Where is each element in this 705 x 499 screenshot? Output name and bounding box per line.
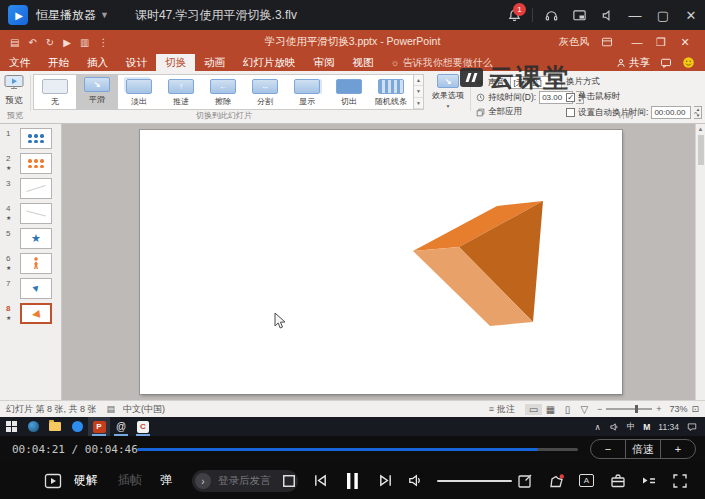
collapse-ribbon-icon[interactable]: ⌃: [692, 111, 699, 120]
zoom-slider-thumb[interactable]: [635, 405, 638, 413]
slide-sorter-view-button[interactable]: ▦: [542, 404, 559, 415]
notes-button[interactable]: ≡ 批注: [489, 403, 515, 416]
transition-none[interactable]: 无: [34, 78, 76, 107]
zoom-level[interactable]: 73%: [669, 404, 687, 414]
frame-interpolation-toggle[interactable]: 插帧: [118, 462, 142, 499]
smiley-icon[interactable]: [682, 56, 695, 69]
seek-bar[interactable]: [137, 448, 578, 451]
transition-morph[interactable]: ↘平滑: [76, 74, 118, 110]
pause-button[interactable]: [345, 462, 360, 499]
notes-edit-icon[interactable]: [517, 462, 533, 499]
gallery-more-icon[interactable]: ▼: [414, 98, 423, 109]
tab-file[interactable]: 文件: [0, 54, 39, 71]
speed-increase-button[interactable]: +: [660, 440, 695, 458]
transition-push[interactable]: ↑推进: [160, 78, 202, 107]
slide-thumb-8[interactable]: 8★◀: [0, 303, 62, 325]
vertical-scrollbar[interactable]: ▲: [695, 124, 705, 400]
app-name[interactable]: 恒星播放器: [36, 7, 96, 24]
picture-in-picture-icon[interactable]: [565, 0, 593, 30]
speaker-icon[interactable]: [593, 0, 621, 30]
mini-player-icon[interactable]: [44, 462, 62, 499]
previous-button[interactable]: [313, 462, 328, 499]
taskbar-c-app-icon[interactable]: C: [132, 417, 154, 436]
tab-insert[interactable]: 插入: [78, 54, 117, 71]
transition-wipe[interactable]: ←擦除: [202, 78, 244, 107]
reading-view-button[interactable]: ▯: [559, 404, 576, 415]
transition-split[interactable]: ↔分割: [244, 78, 286, 107]
maximize-button[interactable]: ▢: [649, 0, 677, 30]
comment-icon[interactable]: [660, 57, 672, 69]
taskbar-explorer-icon[interactable]: [44, 417, 66, 436]
proofing-icon[interactable]: ▤: [107, 404, 116, 414]
next-button[interactable]: [378, 462, 393, 499]
tab-review[interactable]: 审阅: [305, 54, 344, 71]
minimize-button[interactable]: —: [621, 0, 649, 30]
toolbox-icon[interactable]: [610, 462, 626, 499]
slideshow-icon[interactable]: ▶: [63, 37, 71, 48]
taskbar-browser-icon[interactable]: [22, 417, 44, 436]
chevron-down-icon[interactable]: ▼: [100, 10, 109, 20]
playlist-icon[interactable]: [641, 462, 657, 499]
slide-thumb-2[interactable]: 2★: [0, 153, 62, 175]
tray-ime-indicator[interactable]: 中: [627, 421, 636, 433]
undo-icon[interactable]: ↶: [28, 37, 36, 48]
gallery-scrollbar[interactable]: ▲ ▼ ▼: [414, 74, 424, 110]
taskbar-at-app-icon[interactable]: @: [110, 417, 132, 436]
subtitle-icon[interactable]: A: [579, 462, 594, 499]
more-icon[interactable]: ⋮: [98, 37, 108, 48]
volume-icon[interactable]: [407, 462, 422, 499]
taskbar-app-icon[interactable]: [66, 417, 88, 436]
read-mode-icon[interactable]: ▥: [80, 37, 89, 48]
ribbon-options-icon[interactable]: [601, 36, 613, 48]
tray-m-icon[interactable]: M: [643, 422, 650, 432]
slide-thumb-5[interactable]: 5★: [0, 228, 62, 250]
tab-animations[interactable]: 动画: [195, 54, 234, 71]
slide-thumb-7[interactable]: 7▼: [0, 278, 62, 300]
headset-icon[interactable]: [537, 0, 565, 30]
normal-view-button[interactable]: ▭: [525, 404, 542, 415]
notification-bell-icon[interactable]: 1: [500, 0, 528, 30]
start-button[interactable]: [0, 417, 22, 436]
transition-fade[interactable]: 淡出: [118, 78, 160, 107]
ppt-close-button[interactable]: ✕: [673, 36, 697, 49]
tab-design[interactable]: 设计: [117, 54, 156, 71]
language-indicator[interactable]: 中文(中国): [123, 403, 165, 416]
tab-home[interactable]: 开始: [39, 54, 78, 71]
scroll-up-icon[interactable]: ▲: [696, 124, 705, 134]
slide-thumb-4[interactable]: 4★: [0, 203, 62, 225]
gallery-scroll-down-icon[interactable]: ▼: [414, 86, 423, 97]
fit-to-window-icon[interactable]: ⊡: [691, 404, 699, 414]
share-button[interactable]: 共享: [616, 56, 650, 70]
tray-volume-icon[interactable]: [609, 422, 619, 432]
taskbar-powerpoint-icon[interactable]: P: [88, 417, 110, 436]
apply-all-button[interactable]: 全部应用: [488, 106, 522, 118]
redo-icon[interactable]: ↻: [46, 37, 54, 48]
slide-canvas[interactable]: [140, 130, 622, 394]
volume-slider[interactable]: [437, 462, 512, 499]
tray-expand-icon[interactable]: ∧: [595, 422, 601, 432]
speed-decrease-button[interactable]: −: [591, 440, 625, 458]
ppt-restore-button[interactable]: ❐: [649, 36, 673, 49]
notification-center-icon[interactable]: [687, 422, 697, 432]
ppt-minimize-button[interactable]: —: [625, 36, 649, 49]
slide-shape-3d-pyramid[interactable]: [140, 130, 622, 394]
slide-thumb-3[interactable]: 3: [0, 178, 62, 200]
speed-label[interactable]: 倍速: [625, 440, 660, 458]
ppt-user-name[interactable]: 灰色风: [559, 35, 589, 49]
tab-transitions[interactable]: 切换: [156, 54, 195, 71]
danmaku-toggle[interactable]: 弹: [160, 462, 172, 499]
tray-clock[interactable]: 11:34: [658, 422, 679, 432]
save-icon[interactable]: ▤: [10, 37, 19, 48]
tab-view[interactable]: 视图: [344, 54, 383, 71]
tab-slideshow[interactable]: 幻灯片放映: [234, 54, 305, 71]
zoom-slider[interactable]: [606, 408, 652, 410]
close-button[interactable]: ✕: [677, 0, 705, 30]
hardware-decode-toggle[interactable]: 硬解: [74, 462, 98, 499]
transition-cut[interactable]: 切出: [328, 78, 370, 107]
gallery-scroll-up-icon[interactable]: ▲: [414, 75, 423, 86]
transition-reveal[interactable]: 显示: [286, 78, 328, 107]
transition-random-bars[interactable]: 随机线条: [370, 78, 412, 107]
scroll-thumb[interactable]: [698, 135, 704, 165]
stop-button[interactable]: [282, 462, 296, 499]
slide-thumb-6[interactable]: 6★: [0, 253, 62, 275]
